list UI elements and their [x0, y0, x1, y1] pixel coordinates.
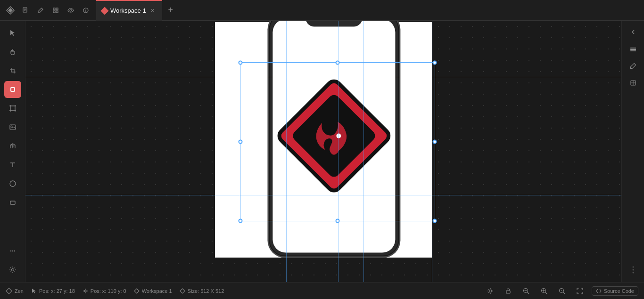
phone-screen: [272, 21, 395, 252]
more-button[interactable]: [4, 242, 21, 259]
main-area: [0, 21, 644, 282]
zoom-in-button[interactable]: [538, 286, 550, 296]
svg-rect-6: [53, 8, 55, 10]
app-logo-display: [287, 89, 381, 183]
zoom-out-icon: [523, 288, 529, 294]
collapse-panel-button[interactable]: [626, 24, 641, 40]
tab-add-button[interactable]: +: [164, 4, 177, 17]
zen-icon: [6, 288, 12, 294]
select-tool[interactable]: [4, 24, 21, 41]
right-sidebar-dots: [632, 265, 635, 275]
size-icon: [180, 288, 185, 294]
zoom-actual-button[interactable]: [574, 286, 586, 296]
handle-mr[interactable]: [433, 140, 437, 144]
zoom-in-icon: [541, 288, 547, 294]
source-code-button[interactable]: Source Code: [592, 286, 638, 296]
text-tool[interactable]: [4, 156, 21, 173]
svg-rect-34: [10, 201, 15, 204]
zoom-fit-icon: [559, 288, 565, 294]
app-logo[interactable]: [4, 4, 17, 17]
sun-button[interactable]: [484, 286, 496, 296]
workspace-label: Workspace 1: [142, 288, 172, 294]
canvas-frame: [215, 22, 432, 258]
cursor-icon: [31, 288, 37, 294]
tab-bar: Workspace 1 ✕ +: [0, 0, 644, 21]
workspace-tab[interactable]: Workspace 1 ✕: [96, 0, 162, 21]
pos2-label: Pos: x: 110 y: 0: [91, 288, 126, 294]
zoom-out-button[interactable]: [520, 286, 532, 296]
svg-line-61: [488, 292, 489, 292]
svg-rect-9: [56, 11, 58, 13]
info-button[interactable]: [79, 4, 92, 17]
view-button[interactable]: [49, 4, 62, 17]
eye-button[interactable]: [64, 4, 77, 17]
status-right: Source Code: [484, 286, 638, 296]
svg-line-65: [527, 292, 529, 294]
svg-point-35: [10, 251, 11, 251]
status-bar: Zen Pos: x: 27 y: 18 Pos: x: 110 y: 0 Wo…: [0, 282, 644, 299]
cursor-pos-status: Pos: x: 27 y: 18: [31, 288, 75, 294]
svg-rect-7: [56, 8, 58, 10]
svg-point-37: [14, 251, 15, 251]
app-name-status: Zen: [6, 288, 24, 294]
svg-rect-40: [630, 49, 636, 50]
handle-tr[interactable]: [433, 61, 437, 65]
sun-icon: [487, 288, 494, 294]
svg-line-60: [491, 289, 492, 290]
component-tool[interactable]: [4, 81, 21, 98]
crop-tool[interactable]: [4, 62, 21, 79]
svg-rect-62: [506, 291, 510, 293]
logo-dot: [336, 133, 341, 138]
left-sidebar: [0, 21, 25, 282]
svg-rect-41: [630, 50, 636, 51]
svg-point-33: [10, 181, 16, 186]
svg-point-46: [632, 269, 634, 271]
lock-button[interactable]: [502, 286, 514, 296]
phone-mockup: [268, 21, 400, 257]
guide-v4: [432, 21, 432, 282]
zoom-fit-button[interactable]: [556, 286, 568, 296]
svg-point-48: [84, 290, 86, 292]
svg-rect-8: [53, 11, 55, 13]
size-label: Size: 512 X 512: [188, 288, 224, 294]
svg-point-47: [632, 272, 634, 274]
new-file-button[interactable]: [19, 4, 32, 17]
handle-br[interactable]: [433, 219, 437, 223]
svg-line-69: [545, 292, 547, 294]
edit-button[interactable]: [34, 4, 47, 17]
workspace-icon: [134, 288, 140, 294]
svg-line-72: [561, 290, 562, 291]
svg-point-13: [85, 8, 86, 9]
phone-notch: [305, 21, 362, 26]
position-status: Pos: x: 110 y: 0: [83, 288, 126, 294]
settings-button[interactable]: [4, 261, 21, 278]
rectangle-tool[interactable]: [4, 194, 21, 211]
right-sidebar: [621, 21, 644, 282]
edit-properties-button[interactable]: [626, 58, 641, 73]
source-code-icon: [596, 288, 602, 294]
svg-rect-29: [10, 125, 16, 129]
svg-line-58: [488, 289, 489, 290]
source-code-label: Source Code: [604, 288, 634, 294]
svg-rect-19: [11, 88, 14, 91]
image-tool[interactable]: [4, 119, 21, 136]
hand-tool[interactable]: [4, 43, 21, 60]
layers-button[interactable]: [626, 41, 641, 57]
inspect-button[interactable]: [626, 75, 641, 90]
position-icon: [83, 288, 88, 294]
svg-rect-39: [630, 48, 636, 48]
lock-icon: [505, 288, 512, 294]
asset-tool[interactable]: [4, 137, 21, 154]
svg-point-53: [489, 290, 491, 292]
ellipse-tool[interactable]: [4, 175, 21, 192]
logo-flame-svg: [308, 110, 360, 162]
phone-body: [268, 21, 400, 257]
canvas-area[interactable]: [25, 21, 621, 282]
svg-point-38: [11, 269, 14, 271]
app-name-label: Zen: [15, 288, 24, 294]
tab-close-button[interactable]: ✕: [149, 7, 157, 15]
svg-point-10: [70, 9, 72, 11]
frame-tool[interactable]: [4, 100, 21, 117]
tab-diamond-icon: [101, 7, 109, 15]
workspace-status: Workspace 1: [134, 288, 172, 294]
